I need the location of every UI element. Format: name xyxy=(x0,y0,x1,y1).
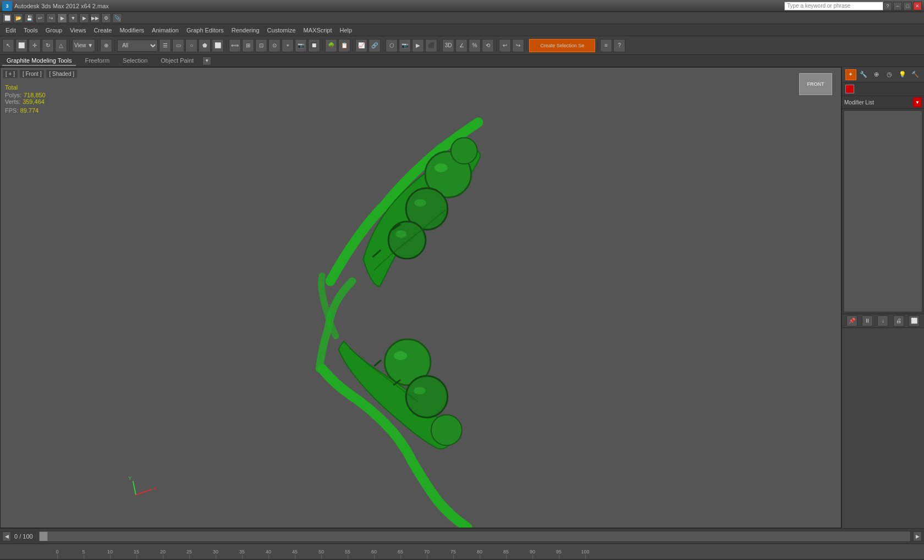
align-to-view[interactable]: 🔲 xyxy=(308,39,320,52)
menu-tools[interactable]: Tools xyxy=(20,26,41,35)
redo-button[interactable]: ↪ xyxy=(46,13,56,23)
place-highlight[interactable]: ⚬ xyxy=(282,39,294,52)
layer-manager[interactable]: 📋 xyxy=(338,39,350,52)
ruler-tick-40: 40 xyxy=(255,549,282,559)
new-file-button[interactable]: ⬜ xyxy=(2,13,12,23)
help-btn[interactable]: ? xyxy=(613,39,625,52)
redo-view[interactable]: ↪ xyxy=(512,39,524,52)
menu-rendering[interactable]: Rendering xyxy=(228,26,263,35)
graphite-dropdown[interactable]: ▼ xyxy=(202,57,211,65)
timeline-scrubber[interactable] xyxy=(38,531,911,542)
filter-dropdown[interactable]: All Geometry Shapes xyxy=(117,40,158,52)
ruler-content: 0 5 10 15 20 25 30 35 40 45 50 55 60 65 … xyxy=(44,544,598,559)
menu-graph-editors[interactable]: Graph Editors xyxy=(183,26,227,35)
select-region-circle[interactable]: ○ xyxy=(185,39,197,52)
undo-view[interactable]: ↩ xyxy=(499,39,511,52)
curve-editor[interactable]: 📈 xyxy=(355,39,367,52)
display-icon[interactable]: 💡 xyxy=(897,69,908,80)
menu-group[interactable]: Group xyxy=(42,26,66,35)
modifier-dropdown-arrow[interactable]: ▼ xyxy=(913,97,922,107)
pin-button[interactable]: 📌 xyxy=(846,315,857,326)
title-bar-left: 3 Autodesk 3ds Max 2012 x64 2.max xyxy=(2,1,109,11)
select-region-button[interactable]: ⬜ xyxy=(15,39,28,52)
qa-btn-7[interactable]: ▶ xyxy=(79,13,89,23)
viewport[interactable]: [ + ] [ Front ] [ Shaded ] Total Polys: … xyxy=(0,67,842,528)
pause-button[interactable]: ⏸ xyxy=(862,315,873,326)
mirror-button[interactable]: ⟺ xyxy=(229,39,241,52)
save-file-button[interactable]: 💾 xyxy=(24,13,34,23)
open-file-button[interactable]: 📂 xyxy=(13,13,23,23)
vp-front-btn[interactable]: [ Front ] xyxy=(20,70,44,78)
graphite-tab-modeling[interactable]: Graphite Modeling Tools xyxy=(2,56,76,66)
move-button[interactable]: ✛ xyxy=(29,39,41,52)
schematic-view[interactable]: 🔗 xyxy=(369,39,381,52)
front-thumb-label: FRONT xyxy=(807,81,824,87)
down-button[interactable]: ↓ xyxy=(877,315,888,326)
toolbar-sep-8 xyxy=(439,40,440,51)
render-button[interactable]: ▶ xyxy=(57,13,67,23)
qa-btn-6[interactable]: ▼ xyxy=(68,13,78,23)
percent-snap[interactable]: % xyxy=(469,39,481,52)
active-shade[interactable]: ⬛ xyxy=(425,39,437,52)
hierarchy-icon[interactable]: ⊕ xyxy=(871,69,882,80)
panel-spacer xyxy=(842,328,924,529)
vp-shaded-btn[interactable]: [ Shaded ] xyxy=(46,70,77,78)
menu-maxscript[interactable]: MAXScript xyxy=(300,26,336,35)
select-region-fence[interactable]: ⬟ xyxy=(199,39,211,52)
menu-help[interactable]: Help xyxy=(337,26,356,35)
graphite-tab-objectpaint[interactable]: Object Paint xyxy=(156,56,198,66)
menu-views[interactable]: Views xyxy=(67,26,89,35)
scale-button[interactable]: △ xyxy=(55,39,67,52)
ruler-tick-25: 25 xyxy=(176,549,202,559)
use-pivot-button[interactable]: ⊕ xyxy=(100,39,112,52)
scrubber-handle[interactable] xyxy=(39,531,48,541)
ribbon-toggle[interactable]: ≡ xyxy=(600,39,612,52)
undo-button[interactable]: ↩ xyxy=(35,13,45,23)
print-button[interactable]: 🖨 xyxy=(893,315,904,326)
render-frame[interactable]: ▶ xyxy=(412,39,424,52)
ref-coord-dropdown[interactable]: View ▼ xyxy=(72,39,95,52)
graphite-tab-freeform[interactable]: Freeform xyxy=(80,56,114,66)
tl-left-arrow[interactable]: ◀ xyxy=(2,531,11,541)
menu-create[interactable]: Create xyxy=(90,26,115,35)
normal-align[interactable]: ⊙ xyxy=(268,39,280,52)
graphite-tab-selection[interactable]: Selection xyxy=(118,56,152,66)
create-icon[interactable]: ✦ xyxy=(845,69,856,80)
toggle-scene-explorer[interactable]: 🌳 xyxy=(325,39,337,52)
rotate-button[interactable]: ↻ xyxy=(42,39,54,52)
quick-align[interactable]: ⊡ xyxy=(255,39,267,52)
crossing-select[interactable]: ⬜ xyxy=(212,39,224,52)
spinner-snap[interactable]: ⟲ xyxy=(482,39,494,52)
menu-modifiers[interactable]: Modifiers xyxy=(116,26,147,35)
motion-icon[interactable]: ◷ xyxy=(884,69,895,80)
modify-icon[interactable]: 🔧 xyxy=(858,69,869,80)
expand-button[interactable]: ⬜ xyxy=(909,315,920,326)
angle-snap[interactable]: ∠ xyxy=(455,39,468,52)
select-object-button[interactable]: ↖ xyxy=(2,39,14,52)
utilities-icon[interactable]: 🔨 xyxy=(910,69,921,80)
ruler-tick-85: 85 xyxy=(493,549,519,559)
color-swatch[interactable] xyxy=(845,85,854,93)
qa-btn-8[interactable]: ▶▶ xyxy=(90,13,100,23)
menu-edit[interactable]: Edit xyxy=(2,26,19,35)
3d-snap-toggle[interactable]: 3D xyxy=(442,39,454,52)
minimize-button[interactable]: – xyxy=(893,2,902,10)
help-button[interactable]: ? xyxy=(883,2,892,10)
menu-animation[interactable]: Animation xyxy=(148,26,182,35)
stat-verts-label: Verts: xyxy=(5,98,20,105)
qa-btn-9[interactable]: ⚙ xyxy=(101,13,111,23)
vp-plus-btn[interactable]: [ + ] xyxy=(3,70,18,78)
align-button[interactable]: ⊞ xyxy=(242,39,254,52)
tl-right-arrow[interactable]: ▶ xyxy=(913,531,922,541)
modifier-list-box[interactable] xyxy=(844,111,922,312)
render-setup[interactable]: 📷 xyxy=(399,39,411,52)
create-selection-set[interactable]: Create Selection Se xyxy=(529,39,595,52)
qa-btn-10[interactable]: 📎 xyxy=(112,13,122,23)
menu-customize[interactable]: Customize xyxy=(264,26,299,35)
material-editor[interactable]: ⬡ xyxy=(386,39,398,52)
align-camera[interactable]: 📷 xyxy=(295,39,307,52)
close-button[interactable]: ✕ xyxy=(913,2,922,10)
select-region-rect[interactable]: ▭ xyxy=(172,39,184,52)
select-by-name[interactable]: ☰ xyxy=(159,39,171,52)
maximize-button[interactable]: □ xyxy=(903,2,912,10)
